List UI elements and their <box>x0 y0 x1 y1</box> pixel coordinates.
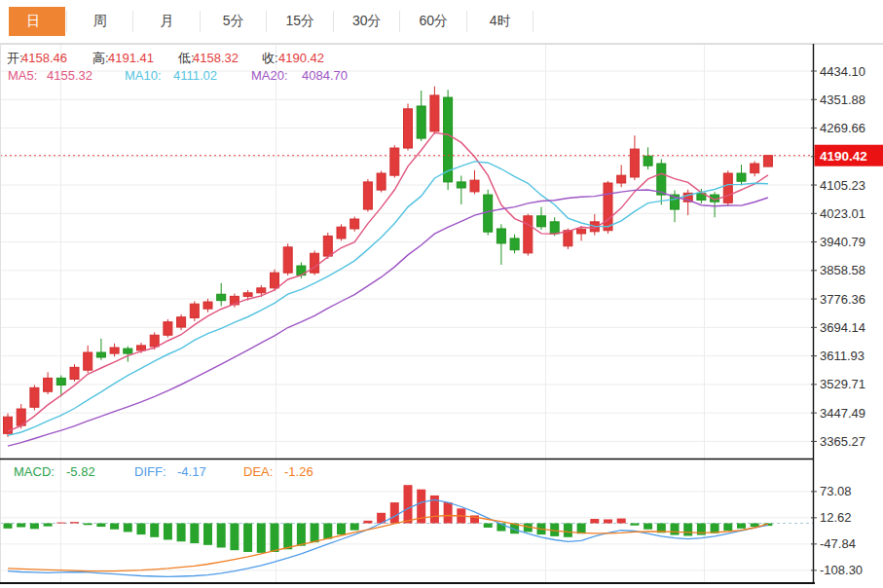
candle-up <box>30 387 39 407</box>
candle-up <box>630 149 639 177</box>
candle-down <box>124 349 132 353</box>
macd-bar-negative <box>137 524 146 535</box>
macd-bar-negative <box>323 524 332 539</box>
tab-15min-label: 15分 <box>285 13 314 30</box>
candle-down <box>737 173 746 181</box>
main-axis-label: 4434.10 <box>820 64 865 79</box>
candle-up <box>84 352 92 370</box>
candle-down <box>56 378 65 385</box>
tab-month[interactable]: 月 <box>133 0 201 43</box>
candle-up <box>363 182 372 209</box>
candle-up <box>763 156 772 166</box>
candle-down <box>510 239 519 250</box>
macd-bar-negative <box>217 524 226 548</box>
chart-svg[interactable]: 4434.104351.884269.664187.444105.234023.… <box>0 44 883 588</box>
candle-up <box>44 378 53 391</box>
macd-axis-label: 12.62 <box>820 510 852 525</box>
candle-up <box>404 109 413 148</box>
macd-axis-label: -108.30 <box>820 563 863 577</box>
macd-bar-negative <box>737 524 746 529</box>
diff-line <box>8 499 768 576</box>
macd-bar-negative <box>257 524 266 553</box>
macd-bar-positive <box>70 522 79 523</box>
candle-up <box>337 227 346 239</box>
candle-up <box>577 229 586 234</box>
macd-bar-negative <box>671 524 680 535</box>
macd-bar-negative <box>150 524 159 537</box>
macd-bar-positive <box>444 502 453 523</box>
macd-bar-negative <box>4 524 13 529</box>
ma20-line <box>8 190 768 446</box>
main-axis-label: 3776.36 <box>820 292 865 307</box>
macd-bar-negative <box>683 524 692 536</box>
macd-bar-positive <box>617 519 626 524</box>
candle-down <box>96 352 105 357</box>
tab-week-label: 周 <box>93 13 107 30</box>
main-axis-label: 3694.14 <box>820 320 865 335</box>
price-badge-value: 4190.42 <box>820 149 867 164</box>
candle-down <box>484 195 493 232</box>
candle-down <box>537 216 546 227</box>
macd-bar-negative <box>84 524 92 526</box>
macd-bar-negative <box>243 524 252 552</box>
macd-bar-negative <box>44 524 53 527</box>
candle-down <box>417 106 425 138</box>
dea-line <box>8 516 768 571</box>
macd-bar-negative <box>283 524 292 550</box>
main-axis-label: 3447.49 <box>820 406 865 421</box>
tab-5min[interactable]: 5分 <box>201 0 268 43</box>
main-axis-label: 4105.23 <box>820 178 865 193</box>
macd-bar-positive <box>590 519 599 523</box>
tab-4hour[interactable]: 4时 <box>467 0 534 43</box>
candle-up <box>751 164 759 173</box>
tab-15min[interactable]: 15分 <box>267 0 334 43</box>
macd-bar-negative <box>484 524 493 528</box>
macd-bar-negative <box>124 524 132 533</box>
main-axis-label: 3529.71 <box>820 377 865 391</box>
candle-up <box>150 335 159 347</box>
tab-60min[interactable]: 60分 <box>400 0 467 43</box>
macd-bar-negative <box>164 524 172 540</box>
macd-bar-negative <box>203 524 212 545</box>
candle-up <box>430 95 439 131</box>
macd-bar-positive <box>56 523 65 524</box>
candle-up <box>177 317 186 327</box>
tab-week[interactable]: 周 <box>67 0 134 43</box>
macd-bar-negative <box>564 524 572 537</box>
tab-day-label: 日 <box>26 13 40 30</box>
macd-bar-positive <box>404 485 413 523</box>
candle-up <box>110 348 119 353</box>
tab-day[interactable]: 日 <box>0 0 67 43</box>
tab-4hour-label: 4时 <box>490 13 511 30</box>
chart-area[interactable]: 4434.104351.884269.664187.444105.234023.… <box>0 44 883 588</box>
candle-up <box>203 302 212 309</box>
candle-up <box>283 247 292 273</box>
main-axis-label: 4023.01 <box>820 206 865 221</box>
macd-bar-negative <box>110 524 119 530</box>
ohlc-readout: 开:4158.46高:4191.41低:4158.32收:4190.42 <box>7 51 324 65</box>
tab-30min-label: 30分 <box>352 13 382 30</box>
macd-bar-negative <box>350 524 359 531</box>
candle-up <box>350 219 359 229</box>
candle-up <box>190 304 199 317</box>
candle-up <box>257 288 266 293</box>
macd-bar-negative <box>630 524 639 526</box>
macd-bar-negative <box>96 524 105 528</box>
period-tab-bar: 日 周 月 5分 15分 30分 60分 4时 <box>0 0 883 44</box>
candle-down <box>550 222 559 234</box>
candle-down <box>217 294 226 300</box>
macd-bar-negative <box>297 524 306 546</box>
candle-up <box>271 273 279 288</box>
macd-bar-negative <box>311 524 319 543</box>
ma5-line <box>8 132 768 431</box>
candle-up <box>243 293 252 297</box>
main-axis-label: 4269.66 <box>820 121 865 135</box>
tab-30min[interactable]: 30分 <box>334 0 401 43</box>
main-axis-label: 3940.79 <box>820 235 865 249</box>
macd-bar-negative <box>177 524 186 542</box>
macd-bar-positive <box>363 521 372 524</box>
tab-60min-label: 60分 <box>419 13 448 30</box>
macd-bar-negative <box>230 524 239 551</box>
tab-month-label: 月 <box>160 13 173 30</box>
main-axis-label: 4351.88 <box>820 92 865 107</box>
